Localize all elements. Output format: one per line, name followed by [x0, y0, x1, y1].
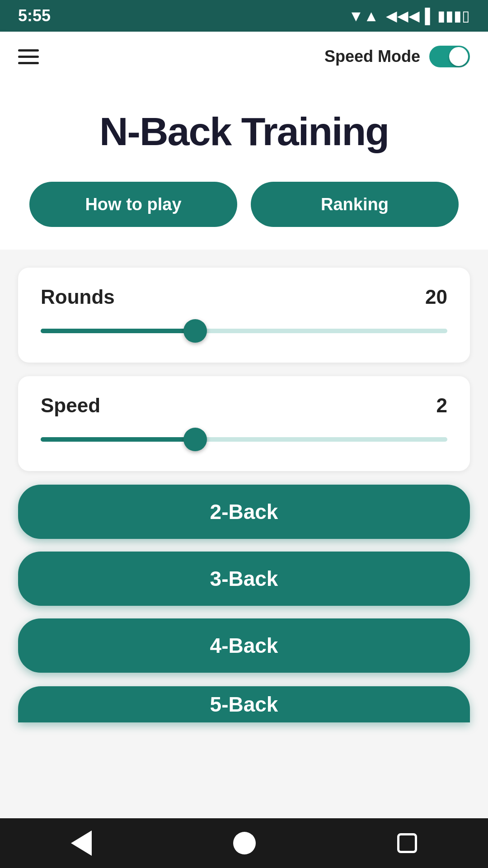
- rounds-tick-1: [262, 329, 267, 333]
- menu-button[interactable]: [18, 49, 39, 64]
- home-icon: [233, 832, 256, 854]
- main-content: Rounds 20 Speed 2 2-Bac: [0, 259, 488, 731]
- rounds-tick-2: [352, 329, 356, 333]
- hero-section: N-Back Training How to play Ranking: [0, 81, 488, 250]
- nav-home-button[interactable]: [233, 832, 256, 854]
- toggle-knob: [449, 47, 468, 66]
- three-back-button[interactable]: 3-Back: [18, 552, 470, 606]
- wifi-icon: ▼▲: [348, 7, 379, 25]
- speed-mode-toggle[interactable]: [429, 46, 470, 67]
- speed-mode-label: Speed Mode: [324, 47, 420, 66]
- status-bar: 5:55 ▼▲ ◀◀◀▐ ▮▮▮▯: [0, 0, 488, 32]
- app-title: N-Back Training: [18, 108, 470, 155]
- signal-icon: ◀◀◀▐: [386, 7, 430, 24]
- nav-back-button[interactable]: [71, 830, 92, 856]
- nav-recent-button[interactable]: [397, 833, 417, 853]
- speed-tick-2: [352, 437, 356, 442]
- speed-card: Speed 2: [18, 376, 470, 471]
- rounds-thumb[interactable]: [183, 319, 207, 343]
- nav-bar: [0, 818, 488, 868]
- rounds-fill: [41, 329, 195, 333]
- five-back-button-partial[interactable]: 5-Back: [18, 686, 470, 722]
- speed-fill: [41, 437, 195, 442]
- speed-track: [41, 437, 447, 442]
- speed-thumb[interactable]: [183, 428, 207, 451]
- rounds-card: Rounds 20: [18, 268, 470, 363]
- speed-tick-1: [262, 437, 267, 442]
- rounds-label: Rounds: [41, 286, 115, 308]
- status-time: 5:55: [18, 6, 51, 25]
- battery-icon: ▮▮▮▯: [437, 7, 470, 24]
- four-back-button[interactable]: 4-Back: [18, 618, 470, 673]
- speed-mode-container: Speed Mode: [324, 46, 470, 67]
- hero-buttons: How to play Ranking: [18, 182, 470, 227]
- two-back-button[interactable]: 2-Back: [18, 485, 470, 539]
- app-bar: Speed Mode: [0, 32, 488, 81]
- rounds-header: Rounds 20: [41, 286, 447, 308]
- rounds-value: 20: [425, 286, 447, 308]
- rounds-track: [41, 329, 447, 333]
- speed-slider[interactable]: [41, 430, 447, 448]
- how-to-play-button[interactable]: How to play: [29, 182, 237, 227]
- speed-label: Speed: [41, 394, 100, 417]
- recent-icon: [397, 833, 417, 853]
- speed-value: 2: [436, 394, 447, 417]
- back-icon: [71, 830, 92, 856]
- ranking-button[interactable]: Ranking: [251, 182, 459, 227]
- speed-header: Speed 2: [41, 394, 447, 417]
- game-buttons: 2-Back 3-Back 4-Back: [18, 485, 470, 673]
- rounds-slider[interactable]: [41, 322, 447, 340]
- status-icons: ▼▲ ◀◀◀▐ ▮▮▮▯: [348, 7, 470, 25]
